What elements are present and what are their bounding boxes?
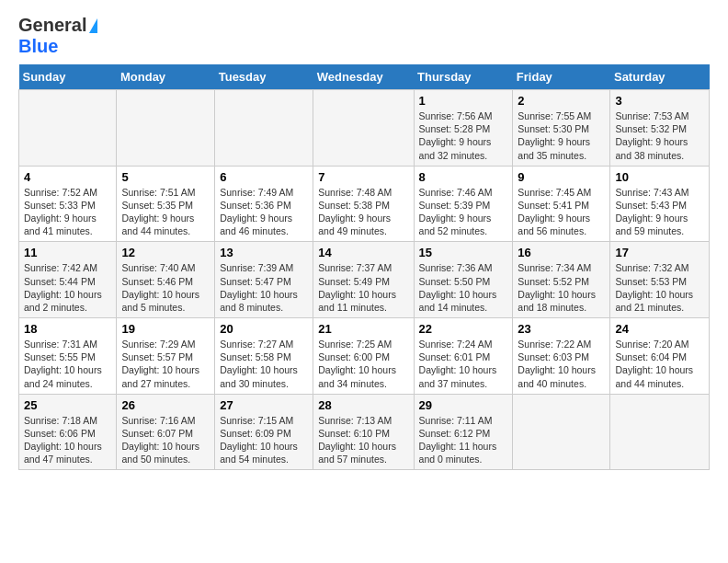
calendar-cell: 5Sunrise: 7:51 AMSunset: 5:35 PMDaylight… xyxy=(117,166,215,242)
day-info: Sunrise: 7:45 AMSunset: 5:41 PMDaylight:… xyxy=(518,186,605,238)
weekday-friday: Friday xyxy=(513,64,610,90)
day-number: 7 xyxy=(318,170,408,184)
day-info: Sunrise: 7:20 AMSunset: 6:04 PMDaylight:… xyxy=(615,338,704,390)
day-number: 8 xyxy=(419,170,508,184)
day-number: 27 xyxy=(220,398,308,412)
calendar-cell: 25Sunrise: 7:18 AMSunset: 6:06 PMDayligh… xyxy=(19,394,117,470)
day-info: Sunrise: 7:18 AMSunset: 6:06 PMDaylight:… xyxy=(24,414,111,466)
day-info: Sunrise: 7:16 AMSunset: 6:07 PMDaylight:… xyxy=(121,414,210,466)
calendar-cell: 9Sunrise: 7:45 AMSunset: 5:41 PMDaylight… xyxy=(513,166,610,242)
day-number: 21 xyxy=(318,322,408,336)
day-number: 2 xyxy=(518,94,605,108)
day-info: Sunrise: 7:55 AMSunset: 5:30 PMDaylight:… xyxy=(518,109,605,162)
day-number: 17 xyxy=(615,246,704,259)
weekday-sunday: Sunday xyxy=(19,64,117,90)
day-info: Sunrise: 7:56 AMSunset: 5:28 PMDaylight:… xyxy=(419,109,508,162)
day-info: Sunrise: 7:34 AMSunset: 5:52 PMDaylight:… xyxy=(518,261,605,314)
day-number: 9 xyxy=(518,170,605,184)
calendar-cell: 18Sunrise: 7:31 AMSunset: 5:55 PMDayligh… xyxy=(19,318,117,395)
calendar-cell xyxy=(117,90,215,167)
calendar-cell: 10Sunrise: 7:43 AMSunset: 5:43 PMDayligh… xyxy=(610,166,710,242)
weekday-thursday: Thursday xyxy=(414,64,513,90)
day-info: Sunrise: 7:22 AMSunset: 6:03 PMDaylight:… xyxy=(518,338,605,390)
day-number: 25 xyxy=(24,398,111,412)
calendar-cell: 20Sunrise: 7:27 AMSunset: 5:58 PMDayligh… xyxy=(215,318,313,395)
calendar-table: SundayMondayTuesdayWednesdayThursdayFrid… xyxy=(18,64,710,470)
weekday-saturday: Saturday xyxy=(610,64,710,90)
day-number: 11 xyxy=(24,246,111,259)
calendar-cell: 4Sunrise: 7:52 AMSunset: 5:33 PMDaylight… xyxy=(19,166,117,242)
logo-blue: Blue xyxy=(18,36,58,56)
day-number: 19 xyxy=(121,322,210,336)
day-number: 13 xyxy=(220,246,308,259)
day-number: 24 xyxy=(615,322,704,336)
weekday-monday: Monday xyxy=(117,64,215,90)
day-number: 5 xyxy=(121,170,210,184)
day-info: Sunrise: 7:31 AMSunset: 5:55 PMDaylight:… xyxy=(24,338,111,390)
day-number: 28 xyxy=(318,398,408,412)
calendar-cell: 27Sunrise: 7:15 AMSunset: 6:09 PMDayligh… xyxy=(215,394,313,470)
day-info: Sunrise: 7:48 AMSunset: 5:38 PMDaylight:… xyxy=(318,186,408,238)
weekday-wednesday: Wednesday xyxy=(313,64,414,90)
day-number: 1 xyxy=(419,94,508,108)
calendar-cell xyxy=(215,90,313,167)
calendar-cell: 28Sunrise: 7:13 AMSunset: 6:10 PMDayligh… xyxy=(313,394,414,470)
day-info: Sunrise: 7:43 AMSunset: 5:43 PMDaylight:… xyxy=(615,186,704,238)
calendar-cell: 8Sunrise: 7:46 AMSunset: 5:39 PMDaylight… xyxy=(414,166,513,242)
day-number: 14 xyxy=(318,246,408,259)
day-info: Sunrise: 7:27 AMSunset: 5:58 PMDaylight:… xyxy=(220,338,308,390)
logo: General Blue xyxy=(18,15,97,57)
calendar-cell: 15Sunrise: 7:36 AMSunset: 5:50 PMDayligh… xyxy=(414,242,513,318)
day-number: 6 xyxy=(220,170,308,184)
weekday-header-row: SundayMondayTuesdayWednesdayThursdayFrid… xyxy=(19,64,710,90)
day-info: Sunrise: 7:15 AMSunset: 6:09 PMDaylight:… xyxy=(220,414,308,466)
calendar-cell xyxy=(313,90,414,167)
calendar-week-3: 11Sunrise: 7:42 AMSunset: 5:44 PMDayligh… xyxy=(19,242,710,318)
calendar-cell: 2Sunrise: 7:55 AMSunset: 5:30 PMDaylight… xyxy=(513,90,610,167)
day-info: Sunrise: 7:42 AMSunset: 5:44 PMDaylight:… xyxy=(24,261,111,314)
calendar-week-1: 1Sunrise: 7:56 AMSunset: 5:28 PMDaylight… xyxy=(19,90,710,167)
day-info: Sunrise: 7:53 AMSunset: 5:32 PMDaylight:… xyxy=(615,109,704,162)
header: General Blue xyxy=(18,15,710,57)
day-info: Sunrise: 7:51 AMSunset: 5:35 PMDaylight:… xyxy=(121,186,210,238)
day-info: Sunrise: 7:46 AMSunset: 5:39 PMDaylight:… xyxy=(419,186,508,238)
day-number: 29 xyxy=(419,398,508,412)
day-info: Sunrise: 7:40 AMSunset: 5:46 PMDaylight:… xyxy=(121,261,210,314)
calendar-cell: 3Sunrise: 7:53 AMSunset: 5:32 PMDaylight… xyxy=(610,90,710,167)
calendar-cell: 6Sunrise: 7:49 AMSunset: 5:36 PMDaylight… xyxy=(215,166,313,242)
calendar-week-4: 18Sunrise: 7:31 AMSunset: 5:55 PMDayligh… xyxy=(19,318,710,395)
day-info: Sunrise: 7:29 AMSunset: 5:57 PMDaylight:… xyxy=(121,338,210,390)
day-info: Sunrise: 7:32 AMSunset: 5:53 PMDaylight:… xyxy=(615,261,704,314)
day-number: 18 xyxy=(24,322,111,336)
calendar-cell: 26Sunrise: 7:16 AMSunset: 6:07 PMDayligh… xyxy=(117,394,215,470)
calendar-cell: 17Sunrise: 7:32 AMSunset: 5:53 PMDayligh… xyxy=(610,242,710,318)
day-number: 23 xyxy=(518,322,605,336)
calendar-cell: 12Sunrise: 7:40 AMSunset: 5:46 PMDayligh… xyxy=(117,242,215,318)
day-number: 4 xyxy=(24,170,111,184)
day-info: Sunrise: 7:36 AMSunset: 5:50 PMDaylight:… xyxy=(419,261,508,314)
calendar-cell: 13Sunrise: 7:39 AMSunset: 5:47 PMDayligh… xyxy=(215,242,313,318)
calendar-week-2: 4Sunrise: 7:52 AMSunset: 5:33 PMDaylight… xyxy=(19,166,710,242)
day-info: Sunrise: 7:13 AMSunset: 6:10 PMDaylight:… xyxy=(318,414,408,466)
day-info: Sunrise: 7:49 AMSunset: 5:36 PMDaylight:… xyxy=(220,186,308,238)
day-number: 12 xyxy=(121,246,210,259)
logo-triangle-icon xyxy=(89,18,97,33)
day-info: Sunrise: 7:39 AMSunset: 5:47 PMDaylight:… xyxy=(220,261,308,314)
day-info: Sunrise: 7:37 AMSunset: 5:49 PMDaylight:… xyxy=(318,261,408,314)
day-info: Sunrise: 7:24 AMSunset: 6:01 PMDaylight:… xyxy=(419,338,508,390)
calendar-cell: 1Sunrise: 7:56 AMSunset: 5:28 PMDaylight… xyxy=(414,90,513,167)
day-info: Sunrise: 7:52 AMSunset: 5:33 PMDaylight:… xyxy=(24,186,111,238)
calendar-cell xyxy=(610,394,710,470)
calendar-cell: 11Sunrise: 7:42 AMSunset: 5:44 PMDayligh… xyxy=(19,242,117,318)
weekday-tuesday: Tuesday xyxy=(215,64,313,90)
calendar-cell: 19Sunrise: 7:29 AMSunset: 5:57 PMDayligh… xyxy=(117,318,215,395)
calendar-cell xyxy=(513,394,610,470)
calendar-cell: 22Sunrise: 7:24 AMSunset: 6:01 PMDayligh… xyxy=(414,318,513,395)
logo-general: General xyxy=(18,15,86,36)
day-number: 10 xyxy=(615,170,704,184)
day-number: 15 xyxy=(419,246,508,259)
day-number: 26 xyxy=(121,398,210,412)
calendar-cell: 14Sunrise: 7:37 AMSunset: 5:49 PMDayligh… xyxy=(313,242,414,318)
calendar-week-5: 25Sunrise: 7:18 AMSunset: 6:06 PMDayligh… xyxy=(19,394,710,470)
calendar-cell: 29Sunrise: 7:11 AMSunset: 6:12 PMDayligh… xyxy=(414,394,513,470)
